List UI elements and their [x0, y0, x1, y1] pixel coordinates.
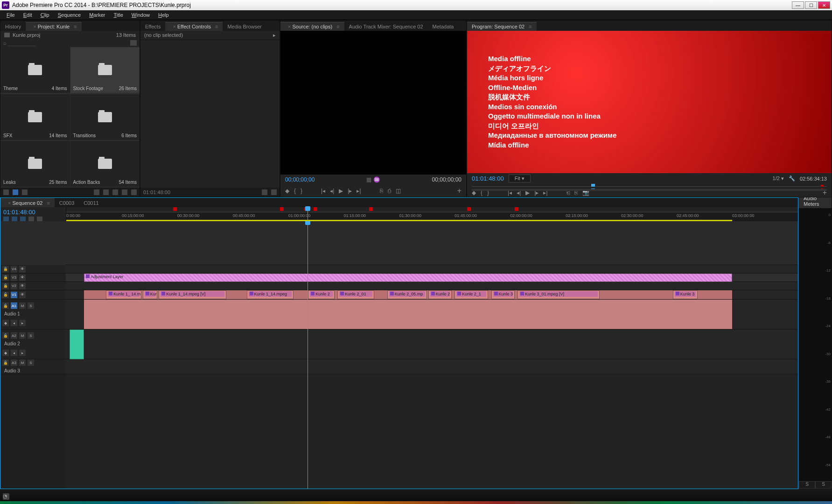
solo-icon[interactable]: S	[28, 359, 34, 366]
bin-item[interactable]: Action Backs54 Items	[70, 141, 140, 187]
lock-icon[interactable]: 🔓	[2, 359, 9, 366]
effects-tab[interactable]: × Effect Controls ≡	[165, 22, 223, 31]
video-track-header[interactable]: 🔒V3👁	[0, 273, 66, 282]
menu-clip[interactable]: Clip	[37, 11, 53, 19]
bin-item[interactable]: Transitions6 Items	[70, 94, 140, 140]
menu-title[interactable]: Title	[110, 11, 126, 19]
play-icon[interactable]: ▶	[339, 188, 343, 194]
prev-kf-icon[interactable]: ◂	[11, 320, 17, 326]
next-kf-icon[interactable]: ▸	[19, 320, 26, 326]
icon-view-icon[interactable]	[13, 189, 18, 195]
clip-video[interactable]: Kunle 2	[308, 290, 334, 299]
menu-file[interactable]: File	[3, 11, 19, 19]
mute-icon[interactable]: M	[19, 332, 26, 339]
clip-video[interactable]: Kunle 1_14.mpeg	[247, 290, 294, 299]
resolution-dropdown[interactable]: 1/2 ▾	[773, 175, 784, 182]
insert-icon[interactable]: ⎘	[380, 188, 383, 194]
ec-icon-1[interactable]	[262, 189, 267, 195]
lock-icon[interactable]: 🔓	[2, 266, 9, 273]
in-icon[interactable]: {	[294, 188, 296, 194]
project-tab[interactable]: × Project: Kunle ≡	[26, 22, 81, 31]
solo-right[interactable]: S	[815, 481, 832, 489]
track-target[interactable]: V2	[11, 283, 17, 289]
chevron-right-icon[interactable]: ▸	[273, 32, 276, 38]
source-in-timecode[interactable]: 00;00;00;00	[285, 176, 315, 183]
solo-left[interactable]: S	[799, 481, 815, 489]
list-view-icon[interactable]	[3, 189, 9, 195]
new-bin-icon[interactable]	[112, 189, 118, 195]
eye-icon[interactable]: 👁	[19, 274, 26, 281]
button-editor-icon[interactable]: +	[457, 187, 461, 195]
clip-adjustment[interactable]: Adjustment Layer	[84, 273, 732, 282]
folder-icon[interactable]	[130, 40, 137, 46]
playhead[interactable]	[308, 207, 308, 221]
clip-video[interactable]: Kunle 2_01	[337, 290, 374, 299]
clip-video[interactable]: Kunle 2_05.mp	[387, 290, 427, 299]
source-tab[interactable]: Audio Track Mixer: Sequence 02	[344, 22, 428, 31]
tab-program[interactable]: Program: Sequence 02 ≡	[467, 22, 537, 31]
close-tab-icon[interactable]: ×	[8, 200, 11, 206]
export-frame-icon[interactable]: ◫	[396, 188, 401, 194]
program-viewport[interactable]: Media offlineメディアオフラインMédia hors ligneOf…	[467, 31, 832, 173]
lock-icon[interactable]: 🔓	[2, 283, 9, 289]
settings-icon[interactable]: 🔧	[789, 175, 795, 182]
step-fwd-icon[interactable]: |▸	[348, 188, 352, 194]
audio-track-header[interactable]: 🔓A3MSAudio 3	[0, 359, 66, 374]
track-target[interactable]: A3	[11, 359, 17, 366]
timeline-tab[interactable]: C0011	[79, 199, 103, 207]
menu-sequence[interactable]: Sequence	[54, 11, 85, 19]
clip-video[interactable]: Kunle 3	[491, 290, 515, 299]
project-search-input[interactable]	[8, 40, 36, 46]
menu-window[interactable]: Window	[128, 11, 154, 19]
next-kf-icon[interactable]: ▸	[19, 350, 26, 356]
clip-video[interactable]: Kunle 1_ 14.m	[106, 290, 141, 299]
freeform-icon[interactable]	[22, 189, 28, 195]
clip-video[interactable]: Kunle 3_01.mpeg [V]	[517, 290, 600, 299]
track-target[interactable]: V1	[11, 292, 17, 298]
track-target[interactable]: V3	[11, 274, 17, 281]
mute-icon[interactable]: M	[19, 302, 26, 309]
bin-item[interactable]: Stock Footage26 Items	[70, 47, 140, 93]
menu-help[interactable]: Help	[154, 11, 173, 19]
ec-icon-2[interactable]	[271, 189, 277, 195]
lock-icon[interactable]: 🔒	[2, 274, 9, 281]
timeline-tab[interactable]: × Sequence 02 ≡	[0, 198, 55, 207]
zoom-fit-dropdown[interactable]: Fit ▾	[509, 175, 531, 182]
solo-icon[interactable]: S	[28, 332, 34, 339]
overwrite-icon[interactable]: ⎙	[388, 188, 391, 194]
lock-icon[interactable]: 🔓	[2, 332, 9, 339]
bin-item[interactable]: SFX14 Items	[0, 94, 70, 140]
close-tab-icon[interactable]: ×	[173, 24, 175, 29]
source-out-timecode[interactable]: 00;00;00;00	[432, 176, 461, 183]
minimize-button[interactable]: —	[792, 1, 804, 9]
clip-video[interactable]: Kunle 3	[673, 290, 698, 299]
source-drag-audio-icon[interactable]: ♒	[373, 176, 380, 183]
source-tab[interactable]: Metadata	[428, 22, 459, 31]
goto-out-icon[interactable]: ▸|	[357, 188, 361, 194]
bin-item[interactable]: Leaks25 Items	[0, 141, 70, 187]
bin-item[interactable]: Theme4 Items	[0, 47, 70, 93]
clip-video[interactable]: Kunle	[143, 290, 157, 299]
timeline-tab[interactable]: C0003	[55, 199, 79, 207]
video-track-header[interactable]: 🔓V1👁	[0, 290, 66, 300]
find-icon[interactable]	[103, 189, 109, 195]
marker-icon[interactable]: ◆	[285, 188, 289, 194]
close-tab-icon[interactable]: ×	[33, 24, 36, 29]
solo-icon[interactable]: S	[28, 302, 34, 309]
close-button[interactable]: ✕	[818, 1, 830, 9]
eye-icon[interactable]: 👁	[19, 266, 26, 273]
eye-icon[interactable]: 👁	[19, 292, 26, 298]
clip-video[interactable]: Kunle 2_1	[454, 290, 488, 299]
clip-video[interactable]: Kunle 2	[428, 290, 452, 299]
step-back-icon[interactable]: ◂|	[330, 188, 334, 194]
timeline-ruler[interactable]: 0:00:0000:15:00:0000:30:00:0000:45:00:00…	[66, 207, 798, 221]
video-track-header[interactable]: 🔓V4👁	[0, 265, 66, 273]
source-drag-video-icon[interactable]: ▦	[366, 176, 371, 183]
goto-in-icon[interactable]: |◂	[321, 188, 325, 194]
clip-audio[interactable]	[70, 329, 84, 359]
close-tab-icon[interactable]: ×	[288, 24, 291, 29]
mute-icon[interactable]: M	[19, 359, 26, 366]
menu-edit[interactable]: Edit	[20, 11, 36, 19]
source-viewport[interactable]	[280, 31, 466, 175]
audio-track-header[interactable]: 🔓A1MSAudio 1◆◂▸	[0, 300, 66, 329]
